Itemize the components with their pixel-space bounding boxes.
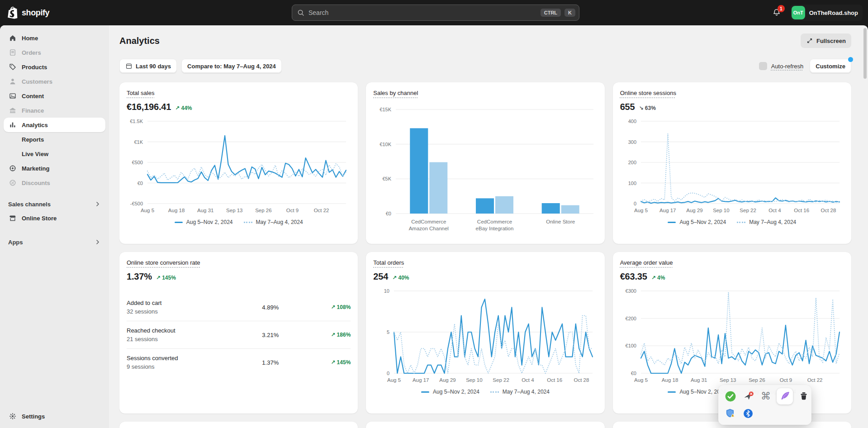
shield-warning-icon[interactable] bbox=[724, 407, 737, 420]
auto-refresh-label: Auto-refresh bbox=[771, 63, 804, 70]
sidebar-section-apps[interactable]: Apps bbox=[4, 235, 105, 249]
legend-solid-swatch bbox=[668, 222, 676, 223]
svg-text:Oct 22: Oct 22 bbox=[314, 208, 329, 213]
svg-text:Oct 28: Oct 28 bbox=[821, 208, 836, 213]
settings-label: Settings bbox=[22, 413, 45, 420]
workspace: HomeOrdersProductsCustomersContentFinanc… bbox=[0, 25, 868, 428]
svg-text:Aug 18: Aug 18 bbox=[662, 377, 678, 383]
sidebar-item-label: Products bbox=[22, 64, 47, 71]
shopify-wordmark: shopify bbox=[22, 8, 49, 18]
svg-text:Online Store: Online Store bbox=[546, 219, 575, 224]
svg-text:300: 300 bbox=[628, 139, 636, 145]
svg-text:Aug 5: Aug 5 bbox=[634, 377, 648, 383]
trend-badge: ↗ 145% bbox=[156, 275, 176, 281]
svg-text:Sep 26: Sep 26 bbox=[255, 208, 271, 213]
sidebar-item-label: Orders bbox=[22, 49, 41, 56]
sidebar-item-content[interactable]: Content bbox=[4, 89, 105, 103]
clover-knot-icon[interactable]: ⌘ bbox=[759, 390, 773, 403]
svg-text:0: 0 bbox=[634, 201, 636, 206]
products-icon bbox=[8, 62, 17, 71]
store-menu[interactable]: OnT OnTheRoad.shop bbox=[790, 5, 863, 21]
kbd-ctrl: CTRL bbox=[541, 9, 561, 17]
auto-refresh-toggle[interactable]: Auto-refresh bbox=[759, 62, 804, 70]
search-placeholder: Search bbox=[308, 9, 537, 16]
funnel-step-label: Added to cart bbox=[127, 300, 262, 306]
chart-legend: Aug 5–Nov 2, 2024 May 7–Aug 4, 2024 bbox=[620, 219, 844, 225]
funnel-step-rate: 3.21% bbox=[262, 332, 321, 338]
svg-text:Sep 10: Sep 10 bbox=[713, 208, 729, 213]
card-title[interactable]: Online store sessions bbox=[620, 90, 676, 96]
sidebar-item-label: Live View bbox=[22, 151, 48, 157]
svg-text:€100: €100 bbox=[625, 343, 636, 348]
card-title[interactable]: Online store conversion rate bbox=[127, 259, 200, 266]
sidebar-item-label: Marketing bbox=[22, 165, 49, 172]
main-content: Analytics Fullscreen Last 90 days Compar… bbox=[109, 25, 868, 428]
store-name: OnTheRoad.shop bbox=[809, 10, 858, 16]
apps-label: Apps bbox=[8, 239, 23, 246]
sidebar-section-sales-channels[interactable]: Sales channels bbox=[4, 197, 105, 211]
orders-icon bbox=[8, 48, 17, 57]
storefront-icon bbox=[8, 214, 17, 223]
card-title[interactable]: Total sales bbox=[127, 90, 154, 96]
card-top-selling-products: Top selling products bbox=[119, 422, 358, 428]
svg-text:Aug 5: Aug 5 bbox=[387, 377, 401, 383]
notifications-button[interactable]: 1 bbox=[768, 5, 785, 21]
kbd-k: K bbox=[564, 9, 575, 17]
gear-icon bbox=[8, 412, 17, 421]
svg-text:eBay Integration: eBay Integration bbox=[476, 226, 514, 231]
bluetooth-icon[interactable] bbox=[741, 407, 755, 420]
svg-text:Oct 4: Oct 4 bbox=[522, 377, 534, 383]
sidebar-item-analytics[interactable]: Analytics bbox=[4, 118, 105, 132]
funnel-step-label: Sessions converted bbox=[127, 355, 262, 361]
sidebar-item-online-store[interactable]: Online Store bbox=[4, 211, 105, 225]
sidebar-item-home[interactable]: Home bbox=[4, 31, 105, 45]
sidebar-item-label: Discounts bbox=[22, 180, 50, 186]
sidebar-item-orders: Orders bbox=[4, 45, 105, 60]
svg-text:€500: €500 bbox=[132, 160, 143, 165]
sidebar-item-settings[interactable]: Settings bbox=[4, 409, 105, 423]
fullscreen-label: Fullscreen bbox=[816, 38, 846, 44]
svg-text:400: 400 bbox=[628, 119, 636, 124]
auto-refresh-checkbox[interactable] bbox=[759, 62, 767, 70]
search-input[interactable]: Search CTRL K bbox=[292, 5, 579, 21]
svg-text:CedCommerce: CedCommerce bbox=[411, 219, 446, 224]
marketing-icon bbox=[8, 164, 17, 173]
card-title[interactable]: Sales by channel bbox=[373, 90, 418, 96]
analytics-icon bbox=[8, 120, 17, 129]
shopify-logo[interactable]: shopify bbox=[7, 0, 49, 25]
finance-icon bbox=[8, 106, 17, 115]
customize-button[interactable]: Customize bbox=[810, 59, 851, 73]
funnel-row: Reached checkout21 sessions3.21%↗ 186% bbox=[127, 321, 351, 349]
search-icon bbox=[297, 9, 305, 17]
customize-label: Customize bbox=[816, 63, 845, 70]
sidebar-item-label: Home bbox=[22, 35, 38, 42]
check-circle-icon[interactable] bbox=[724, 390, 737, 403]
card-title[interactable]: Total orders bbox=[373, 259, 404, 266]
navigation-error-icon[interactable] bbox=[741, 390, 755, 403]
trash-icon[interactable] bbox=[797, 390, 811, 403]
card-sales-by-channel: Sales by channel €15K€10K€5K€0CedCommerc… bbox=[366, 82, 604, 244]
compare-button[interactable]: Compare to: May 7–Aug 4, 2024 bbox=[181, 59, 282, 73]
sidebar-item-live-view[interactable]: Live View bbox=[4, 147, 105, 161]
sidebar-nav: HomeOrdersProductsCustomersContentFinanc… bbox=[4, 31, 105, 190]
cards-grid: Total sales €16,196.41 ↗ 44% €1.5K€1K€50… bbox=[119, 82, 851, 428]
sidebar-item-label: Analytics bbox=[22, 122, 48, 128]
date-range-button[interactable]: Last 90 days bbox=[119, 59, 177, 73]
page-title: Analytics bbox=[119, 36, 160, 46]
sidebar-item-reports[interactable]: Reports bbox=[4, 132, 105, 147]
sidebar-item-marketing[interactable]: Marketing bbox=[4, 161, 105, 176]
feather-pen-icon[interactable] bbox=[777, 388, 793, 404]
sidebar-item-products[interactable]: Products bbox=[4, 60, 105, 74]
card-title[interactable]: Average order value bbox=[620, 259, 673, 266]
svg-text:CedCommerce: CedCommerce bbox=[477, 219, 512, 224]
sidebar: HomeOrdersProductsCustomersContentFinanc… bbox=[0, 25, 109, 428]
legend-solid-swatch bbox=[421, 391, 429, 393]
fullscreen-button[interactable]: Fullscreen bbox=[801, 33, 851, 48]
svg-text:Oct 4: Oct 4 bbox=[768, 208, 781, 213]
vertical-scrollbar-thumb[interactable] bbox=[863, 28, 867, 79]
funnel-step-trend: ↗ 186% bbox=[321, 332, 351, 338]
svg-text:Oct 16: Oct 16 bbox=[547, 377, 563, 383]
svg-text:€15K: €15K bbox=[380, 107, 392, 112]
svg-text:€0: €0 bbox=[138, 181, 143, 186]
overlay-icon-palette: ⌘ bbox=[718, 385, 811, 425]
